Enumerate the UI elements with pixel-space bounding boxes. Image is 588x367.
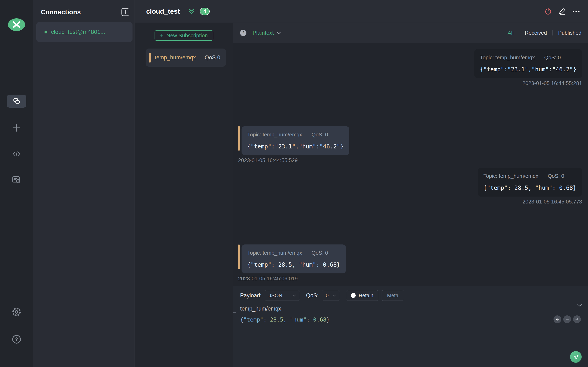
message-item-received: Topic: temp_hum/emqx QoS: 0 {"temp":"23.… <box>233 126 588 164</box>
code-token: : <box>306 317 313 323</box>
retain-toggle[interactable]: Retain <box>346 290 378 301</box>
subscription-topic: temp_hum/emqx <box>155 54 196 61</box>
message-topic: Topic: temp_hum/emqx <box>247 132 302 138</box>
payload-format-value: JSON <box>269 292 282 299</box>
qos-label: QoS: <box>306 292 319 299</box>
message-payload: {"temp":"23.1","hum":"46.2"} <box>247 143 344 150</box>
message-bubble[interactable]: Topic: temp_hum/emqx QoS: 0 {"temp":"23.… <box>474 49 582 78</box>
message-timestamp: 2023-01-05 16:44:55:281 <box>522 80 582 86</box>
connection-item[interactable]: cloud_test@m4801... <box>36 22 132 42</box>
message-item-received: Topic: temp_hum/emqx QoS: 0 {"temp": 28.… <box>233 244 588 282</box>
qos-select[interactable]: 0 <box>322 290 340 301</box>
new-connection-icon[interactable] <box>12 123 21 133</box>
subscription-qos: QoS 0 <box>205 54 220 61</box>
message-item-published: Topic: temp_hum/emqx QoS: 0 {"temp":"23.… <box>233 49 588 122</box>
message-qos: QoS: 0 <box>548 173 564 179</box>
connection-header: cloud_test 4 <box>135 0 588 23</box>
messages-toolbar: ? Plaintext All Received Published <box>233 23 588 43</box>
plus-icon: + <box>160 32 164 38</box>
code-token: , <box>283 317 290 323</box>
message-color-bar <box>238 244 240 269</box>
edit-connection-icon[interactable] <box>558 8 566 15</box>
new-subscription-label: New Subscription <box>166 33 208 39</box>
subscriptions-column: + New Subscription temp_hum/emqx QoS 0 <box>135 23 233 367</box>
send-button[interactable] <box>570 351 582 363</box>
meta-label: Meta <box>387 292 398 299</box>
filter-published[interactable]: Published <box>558 30 581 36</box>
message-format-dropdown[interactable]: Plaintext <box>252 30 281 36</box>
message-bubble[interactable]: Topic: temp_hum/emqx QoS: 0 {"temp": 28.… <box>478 167 582 197</box>
message-format-value: Plaintext <box>252 30 274 36</box>
publish-topic-input[interactable]: temp_hum/emqx <box>240 306 570 312</box>
message-bubble[interactable]: Topic: temp_hum/emqx QoS: 0 {"temp": 28.… <box>242 244 346 273</box>
history-next-button[interactable] <box>573 315 581 323</box>
chevron-down-icon <box>277 32 281 34</box>
message-timestamp: 2023-01-05 16:44:55:529 <box>238 157 298 164</box>
qos-value: 0 <box>326 292 329 299</box>
filter-separator <box>519 30 519 35</box>
message-bubble[interactable]: Topic: temp_hum/emqx QoS: 0 {"temp":"23.… <box>242 126 349 155</box>
code-token: "temp" <box>243 317 263 323</box>
publish-toolbar: Payload: JSON QoS: 0 Retain <box>233 286 588 301</box>
code-token: 0.68 <box>313 317 327 323</box>
message-payload: {"temp": 28.5, "hum": 0.68} <box>484 184 576 191</box>
payload-history-nav <box>553 315 581 323</box>
settings-gear-icon[interactable] <box>12 307 21 317</box>
message-color-bar <box>238 126 240 151</box>
code-token: : <box>263 317 270 323</box>
collapse-publish-icon[interactable] <box>577 304 582 307</box>
code-token: 28.5 <box>270 317 283 323</box>
filter-received[interactable]: Received <box>525 30 547 36</box>
publish-payload-editor[interactable]: {"temp": 28.5, "hum": 0.68} <box>240 317 588 323</box>
add-connection-button[interactable] <box>121 8 129 16</box>
message-topic: Topic: temp_hum/emqx <box>247 250 302 256</box>
publish-panel: Payload: JSON QoS: 0 Retain <box>233 286 588 367</box>
message-topic: Topic: temp_hum/emqx <box>484 173 538 179</box>
messages-list: Topic: temp_hum/emqx QoS: 0 {"temp":"23.… <box>233 43 588 286</box>
new-subscription-button[interactable]: + New Subscription <box>155 30 213 41</box>
subscription-color-bar <box>149 53 151 63</box>
script-icon[interactable] <box>12 150 21 157</box>
message-timestamp: 2023-01-05 16:45:06:019 <box>238 275 298 282</box>
filter-all[interactable]: All <box>508 30 513 36</box>
meta-button[interactable]: Meta <box>381 290 404 301</box>
chevron-down-icon <box>333 294 336 296</box>
icon-rail: ? <box>0 0 33 367</box>
payload-label: Payload: <box>240 292 261 299</box>
filter-separator <box>553 30 553 35</box>
resize-handle[interactable] <box>233 312 236 313</box>
payload-format-help-icon[interactable]: ? <box>240 30 246 36</box>
messages-column: ? Plaintext All Received Published <box>233 23 588 367</box>
collapse-subscriptions-icon[interactable] <box>188 8 195 15</box>
disconnect-power-icon[interactable] <box>544 8 552 15</box>
message-timestamp: 2023-01-05 16:45:05:773 <box>522 199 582 205</box>
retain-label: Retain <box>359 292 373 299</box>
mqttx-app: ? Connections cloud_test@m4801... cloud_… <box>0 0 588 367</box>
send-plane-icon <box>573 354 579 360</box>
log-history-icon[interactable] <box>12 175 21 184</box>
message-payload: {"temp":"23.1","hum":"46.2"} <box>480 66 576 73</box>
message-item-published: Topic: temp_hum/emqx QoS: 0 {"temp": 28.… <box>233 167 588 241</box>
connections-title: Connections <box>41 8 81 16</box>
message-topic: Topic: temp_hum/emqx <box>480 54 535 61</box>
connection-name: cloud_test@m4801... <box>51 29 105 35</box>
help-icon[interactable]: ? <box>12 334 21 344</box>
svg-text:?: ? <box>15 336 18 342</box>
code-token: { <box>240 317 243 323</box>
code-token: } <box>327 317 330 323</box>
more-options-icon[interactable] <box>572 8 580 15</box>
connection-status-dot <box>44 31 47 33</box>
subscription-item[interactable]: temp_hum/emqx QoS 0 <box>146 49 226 67</box>
history-prev-button[interactable] <box>553 315 561 323</box>
subscription-count-badge: 4 <box>200 8 210 15</box>
connection-title: cloud_test <box>146 8 180 15</box>
message-qos: QoS: 0 <box>544 54 561 61</box>
code-token: "hum" <box>290 317 306 323</box>
mqttx-logo-icon <box>8 18 25 31</box>
connections-panel: Connections cloud_test@m4801... <box>33 0 135 367</box>
payload-format-select[interactable]: JSON <box>265 290 300 301</box>
connections-nav-icon[interactable] <box>7 95 26 108</box>
message-qos: QoS: 0 <box>311 250 328 256</box>
message-qos: QoS: 0 <box>311 132 328 138</box>
history-current-button[interactable] <box>563 315 571 323</box>
